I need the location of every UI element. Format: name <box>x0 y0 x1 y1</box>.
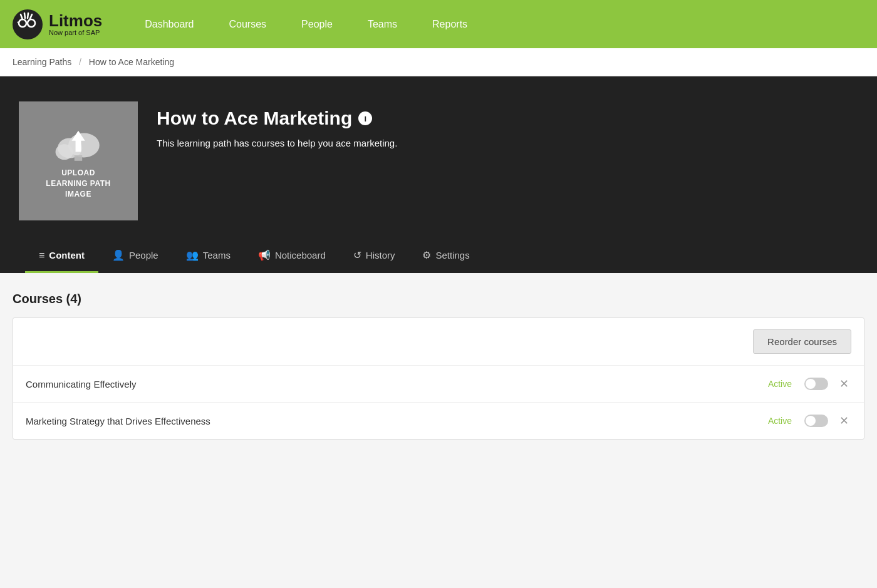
cloud-upload-icon <box>53 122 103 163</box>
nav-item-dashboard[interactable]: Dashboard <box>127 0 211 48</box>
nav-item-reports[interactable]: Reports <box>415 0 485 48</box>
tab-history[interactable]: ↺ History <box>340 239 409 273</box>
hero-description: This learning path has courses to help y… <box>157 138 397 148</box>
svg-rect-12 <box>75 155 82 161</box>
upload-label: UPLOADLEARNING PATHIMAGE <box>46 168 110 199</box>
navbar-logo-sub: Now part of SAP <box>49 29 102 36</box>
navbar: Litmos Now part of SAP Dashboard Courses… <box>0 0 877 48</box>
breadcrumb-current: How to Ace Marketing <box>89 57 174 67</box>
hero-title: How to Ace Marketing i <box>157 108 397 129</box>
content-icon: ≡ <box>39 250 44 261</box>
courses-card-header: Reorder courses <box>13 318 864 366</box>
hero-section: UPLOADLEARNING PATHIMAGE How to Ace Mark… <box>0 76 877 273</box>
navbar-brand[interactable]: Litmos Now part of SAP <box>13 9 102 39</box>
person-icon: 👤 <box>112 249 125 261</box>
tab-settings-label: Settings <box>435 250 469 260</box>
navbar-logo-title: Litmos <box>49 13 102 29</box>
tab-noticeboard[interactable]: 📢 Noticeboard <box>244 239 340 273</box>
gear-icon: ⚙ <box>422 249 431 261</box>
main-content: Courses (4) Reorder courses Communicatin… <box>0 273 877 524</box>
remove-course-button[interactable]: ✕ <box>837 414 851 428</box>
breadcrumb-separator: / <box>79 57 81 67</box>
reorder-courses-button[interactable]: Reorder courses <box>753 329 851 354</box>
nav-item-people[interactable]: People <box>284 0 350 48</box>
tabs-bar: ≡ Content 👤 People 👥 Teams 📢 Noticeboard… <box>19 239 858 273</box>
hero-title-text: How to Ace Marketing <box>157 108 352 129</box>
breadcrumb-parent[interactable]: Learning Paths <box>13 57 71 67</box>
tab-content-label: Content <box>49 250 85 260</box>
svg-line-4 <box>18 22 19 23</box>
course-row: Communicating Effectively Active ✕ <box>13 366 864 403</box>
nav-item-teams[interactable]: Teams <box>350 0 415 48</box>
tab-teams-label: Teams <box>203 250 231 260</box>
tab-settings[interactable]: ⚙ Settings <box>408 239 483 273</box>
info-icon[interactable]: i <box>358 111 372 125</box>
noticeboard-icon: 📢 <box>258 249 271 261</box>
courses-card: Reorder courses Communicating Effectivel… <box>13 317 864 440</box>
course-name: Communicating Effectively <box>26 379 754 389</box>
svg-line-7 <box>28 13 28 18</box>
course-toggle[interactable] <box>804 378 828 390</box>
tab-history-label: History <box>366 250 395 260</box>
navbar-nav: Dashboard Courses People Teams Reports <box>127 0 485 48</box>
course-name: Marketing Strategy that Drives Effective… <box>26 416 754 426</box>
svg-point-11 <box>56 144 73 160</box>
course-row: Marketing Strategy that Drives Effective… <box>13 403 864 439</box>
course-status: Active <box>754 379 792 389</box>
tab-teams[interactable]: 👥 Teams <box>172 239 244 273</box>
group-icon: 👥 <box>186 249 199 261</box>
course-status: Active <box>754 416 792 426</box>
history-icon: ↺ <box>353 249 361 261</box>
hero-info: How to Ace Marketing i This learning pat… <box>157 101 397 148</box>
tab-noticeboard-label: Noticeboard <box>275 250 326 260</box>
nav-item-courses[interactable]: Courses <box>212 0 284 48</box>
tab-people-label: People <box>129 250 158 260</box>
courses-section-title: Courses (4) <box>13 292 864 306</box>
tab-people[interactable]: 👤 People <box>98 239 172 273</box>
upload-learning-path-image[interactable]: UPLOADLEARNING PATHIMAGE <box>19 101 138 220</box>
remove-course-button[interactable]: ✕ <box>837 377 851 391</box>
litmos-logo-icon <box>13 9 43 39</box>
course-toggle[interactable] <box>804 415 828 427</box>
navbar-logo-text: Litmos Now part of SAP <box>49 13 102 36</box>
tab-content[interactable]: ≡ Content <box>25 240 98 273</box>
breadcrumb: Learning Paths / How to Ace Marketing <box>0 48 877 76</box>
svg-line-6 <box>24 13 25 18</box>
